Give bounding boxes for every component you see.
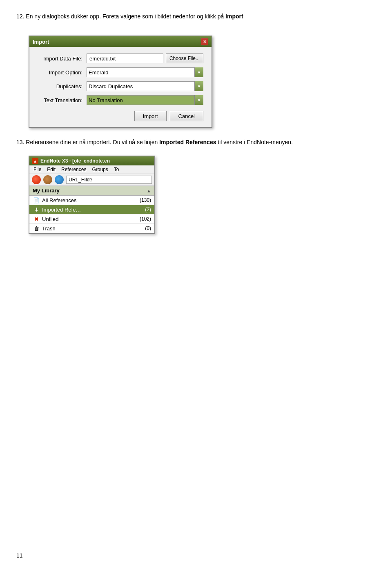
dialog-buttons: Import Cancel bbox=[38, 111, 203, 121]
import-data-file-field: Choose File... bbox=[87, 54, 203, 63]
menu-groups[interactable]: Groups bbox=[89, 166, 110, 173]
import-option-label: Import Option: bbox=[38, 69, 87, 76]
step12-text: 12. En ny dialogboks dukker opp. Foreta … bbox=[16, 12, 376, 21]
dialog-close-button[interactable]: ✕ bbox=[201, 38, 208, 45]
dialog-wrapper: Import ✕ Import Data File: Choose File..… bbox=[29, 36, 212, 128]
toolbar-icon-globe[interactable] bbox=[55, 175, 64, 184]
text-translation-label: Text Translation: bbox=[38, 97, 87, 103]
toolbar-icon-red[interactable] bbox=[32, 175, 41, 184]
dialog-body: Import Data File: Choose File... Import … bbox=[29, 47, 212, 127]
duplicates-row: Duplicates: Discard Duplicates bbox=[38, 81, 203, 91]
trash-label: Trash bbox=[42, 225, 145, 232]
endnote-sidebar: My Library ▲ 📄 All References (130) ⬇ Im… bbox=[29, 186, 154, 233]
toolbar-url-input[interactable] bbox=[66, 176, 152, 184]
import-option-select[interactable]: Emerald bbox=[87, 67, 203, 77]
step13-text-after: til venstre i EndNote-menyen. bbox=[216, 139, 293, 145]
toolbar-icon-brown[interactable] bbox=[43, 175, 52, 184]
all-references-label: All References bbox=[42, 197, 140, 203]
endnote-window: ▲ EndNote X3 - [ole_endnote.en File Edit… bbox=[29, 156, 155, 234]
file-input[interactable] bbox=[87, 54, 163, 63]
unfiled-icon: ✖ bbox=[33, 216, 40, 222]
step13-text-before: 13. Referansene dine er nå importert. Du… bbox=[16, 139, 159, 145]
unfiled-count: (102) bbox=[140, 216, 151, 222]
endnote-title: EndNote X3 - [ole_endnote.en bbox=[40, 158, 110, 164]
menu-edit[interactable]: Edit bbox=[45, 166, 58, 173]
trash-icon: 🗑 bbox=[33, 225, 40, 232]
import-option-row: Import Option: Emerald bbox=[38, 67, 203, 77]
sidebar-item-all-references[interactable]: 📄 All References (130) bbox=[29, 196, 154, 205]
endnote-titlebar-left: ▲ EndNote X3 - [ole_endnote.en bbox=[32, 158, 110, 164]
import-data-file-row: Import Data File: Choose File... bbox=[38, 54, 203, 63]
choose-file-button[interactable]: Choose File... bbox=[166, 54, 203, 63]
imported-references-icon: ⬇ bbox=[33, 206, 40, 213]
sidebar-header-title: My Library bbox=[33, 187, 60, 194]
import-option-select-wrapper: Emerald bbox=[87, 67, 203, 77]
step13-text: 13. Referansene dine er nå importert. Du… bbox=[16, 138, 376, 147]
import-button[interactable]: Import bbox=[134, 111, 167, 121]
menu-references[interactable]: References bbox=[59, 166, 89, 173]
menu-file[interactable]: File bbox=[31, 166, 44, 173]
step12-text-before: 12. En ny dialogboks dukker opp. Foreta … bbox=[16, 13, 225, 20]
unfiled-label: Unfiled bbox=[42, 216, 140, 222]
duplicates-label: Duplicates: bbox=[38, 83, 87, 89]
sidebar-header-arrow: ▲ bbox=[147, 188, 151, 193]
endnote-titlebar: ▲ EndNote X3 - [ole_endnote.en bbox=[29, 156, 154, 165]
step12-bold: Import bbox=[225, 13, 243, 20]
imported-references-count: (2) bbox=[145, 207, 151, 212]
dialog-titlebar: Import ✕ bbox=[29, 36, 212, 47]
sidebar-item-unfiled[interactable]: ✖ Unfiled (102) bbox=[29, 214, 154, 224]
endnote-app-icon: ▲ bbox=[32, 158, 38, 164]
sidebar-item-imported-references[interactable]: ⬇ Imported Refe… (2) bbox=[29, 205, 154, 214]
endnote-toolbar bbox=[29, 174, 154, 186]
sidebar-header: My Library ▲ bbox=[29, 186, 154, 196]
imported-references-label: Imported Refe… bbox=[42, 207, 145, 213]
duplicates-field: Discard Duplicates bbox=[87, 81, 203, 91]
menu-to[interactable]: To bbox=[111, 166, 122, 173]
import-data-file-label: Import Data File: bbox=[38, 56, 87, 62]
endnote-menubar: File Edit References Groups To bbox=[29, 165, 154, 174]
all-references-count: (130) bbox=[140, 197, 151, 203]
dialog-title: Import bbox=[33, 39, 49, 45]
text-translation-select-wrapper: No Translation bbox=[87, 95, 203, 105]
sidebar-item-trash[interactable]: 🗑 Trash (0) bbox=[29, 224, 154, 233]
cancel-button[interactable]: Cancel bbox=[170, 111, 203, 121]
trash-count: (0) bbox=[145, 225, 151, 231]
duplicates-select-wrapper: Discard Duplicates bbox=[87, 81, 203, 91]
endnote-wrapper: ▲ EndNote X3 - [ole_endnote.en File Edit… bbox=[29, 156, 155, 234]
text-translation-field: No Translation bbox=[87, 95, 203, 105]
all-references-icon: 📄 bbox=[33, 197, 40, 203]
step13-bold: Imported References bbox=[159, 139, 216, 145]
import-dialog: Import ✕ Import Data File: Choose File..… bbox=[29, 36, 212, 128]
text-translation-select[interactable]: No Translation bbox=[87, 95, 203, 105]
text-translation-row: Text Translation: No Translation bbox=[38, 95, 203, 105]
duplicates-select[interactable]: Discard Duplicates bbox=[87, 81, 203, 91]
import-option-field: Emerald bbox=[87, 67, 203, 77]
